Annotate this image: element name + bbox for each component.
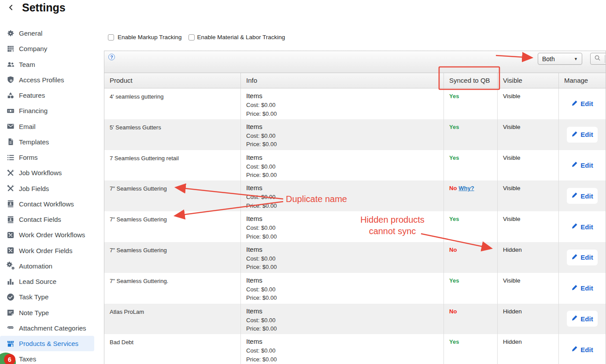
sidebar-item-products-services[interactable]: Products & Services [0,336,94,351]
info-category: Items [246,215,438,222]
info-cost: Cost: $0.00 [246,346,438,355]
sidebar-item-company[interactable]: Company [0,41,104,56]
info-price: Price: $0.00 [246,110,438,118]
sidebar-item-job-workflows[interactable]: Job Workflows [0,165,104,180]
info-cell: Items Cost: $0.00 Price: $0.00 [240,211,443,242]
info-price: Price: $0.00 [246,324,438,333]
sidebar-item-team[interactable]: Team [0,57,104,72]
edit-button-label: Edit [580,315,593,323]
edit-button[interactable]: Edit [567,127,598,143]
visible-cell: Visible [497,150,558,181]
sidebar-item-financing[interactable]: Financing [0,103,104,118]
sidebar-item-automation[interactable]: Automation [0,258,104,274]
search-input[interactable] [590,53,606,65]
sidebar-item-task-type[interactable]: Task Type [0,289,104,305]
why-link[interactable]: Why? [458,185,474,191]
table-body: 4' seamless guttering Items Cost: $0.00 … [104,88,606,364]
filter-dropdown[interactable]: Both ▼ [538,53,582,65]
work-order-icon [6,231,15,239]
edit-button-label: Edit [580,346,593,353]
sidebar-item-contact-fields[interactable]: Contact Fields [0,212,104,227]
edit-button[interactable]: Edit [567,311,598,327]
info-cost: Cost: $0.00 [246,316,438,325]
visible-value: Visible [503,184,521,191]
sidebar-item-forms[interactable]: Forms [0,150,104,165]
sidebar-item-label: Job Workflows [19,169,62,176]
sidebar-item-note-type[interactable]: Note Type [0,305,104,320]
tools-icon [6,169,15,177]
info-category: Items [246,154,438,161]
edit-button[interactable]: Edit [567,342,598,357]
sidebar-item-access-profiles[interactable]: Access Profiles [0,72,104,88]
sidebar-item-work-order-fields[interactable]: Work Order Fields [0,243,104,258]
sidebar-item-label: Company [19,45,47,52]
edit-button[interactable]: Edit [567,188,598,204]
products-table: ? Both ▼ Product Info Synced to QB Visib… [104,51,606,364]
info-price: Price: $0.00 [246,355,438,364]
sidebar-item-label: Work Order Workflows [19,231,85,239]
back-button[interactable] [6,4,16,13]
edit-button[interactable]: Edit [567,157,598,173]
synced-cell: NoWhy? [443,180,497,211]
edit-button-label: Edit [580,162,593,169]
chevron-down-icon: ▼ [574,57,578,61]
edit-button[interactable]: Edit [567,280,598,296]
synced-cell: Yes [443,150,497,181]
sidebar-item-general[interactable]: General [0,26,104,41]
product-name: 7" Seamless Guttering [110,184,235,192]
synced-cell: Yes [443,119,497,150]
visible-cell: Visible [497,119,558,150]
synced-value: Yes [449,93,459,99]
pencil-icon [571,284,578,292]
synced-value: Yes [449,338,459,345]
help-icon[interactable]: ? [108,54,115,60]
synced-cell: No [443,242,497,273]
product-cell: 7" Seamless Guttering [104,180,240,211]
visible-cell: Visible [497,273,558,304]
product-cell: Bad Debt [104,334,240,364]
bar-chart-icon [6,277,15,286]
markup-tracking-label: Enable Markup Tracking [118,34,182,40]
product-cell: Atlas ProLam [104,304,240,335]
sidebar-item-features[interactable]: Features [0,88,104,103]
info-cost: Cost: $0.00 [246,132,438,140]
manage-cell: Edit [558,242,606,273]
edit-button[interactable]: Edit [567,250,598,265]
edit-button[interactable]: Edit [567,219,598,235]
product-cell: 7 Seamless Guttering retail [104,150,240,181]
info-cost: Cost: $0.00 [246,285,438,294]
sidebar-item-templates[interactable]: Templates [0,134,104,150]
shield-icon [6,75,15,84]
sidebar-item-job-fields[interactable]: Job Fields [0,181,104,196]
sidebar-item-lead-source[interactable]: Lead Source [0,274,104,289]
info-price: Price: $0.00 [246,202,438,210]
contact-card-icon [6,215,15,224]
synced-cell: Yes [443,88,497,119]
material-labor-tracking-checkbox[interactable] [188,34,195,40]
edit-button[interactable]: Edit [567,96,598,112]
sidebar-item-attachment-categories[interactable]: Attachment Categories [0,320,104,336]
table-row: 7" Seamless Guttering. Items Cost: $0.00… [104,273,606,304]
markup-tracking-checkbox[interactable] [108,34,114,40]
synced-value: Yes [449,124,459,130]
visible-value: Visible [503,92,521,99]
pencil-icon [571,192,578,200]
info-cost: Cost: $0.00 [246,193,438,202]
sidebar-item-label: Lead Source [19,278,56,285]
edit-button-label: Edit [580,284,593,292]
page-title: Settings [22,1,66,14]
column-header-manage: Manage [558,73,606,88]
info-cost: Cost: $0.00 [246,162,438,171]
sidebar-item-label: Email [19,123,36,130]
visible-value: Visible [503,215,521,222]
sidebar-item-label: Products & Services [19,340,78,347]
info-category: Items [246,246,438,253]
sidebar-item-label: Work Order Fields [19,247,72,254]
note-icon [6,308,15,317]
sidebar-item-contact-workflows[interactable]: Contact Workflows [0,196,104,212]
info-price: Price: $0.00 [246,263,438,272]
sidebar-item-email[interactable]: Email [0,119,104,134]
sidebar-item-work-order-workflows[interactable]: Work Order Workflows [0,227,104,243]
manage-cell: Edit [558,119,606,150]
table-toolbar: ? Both ▼ [104,51,606,73]
